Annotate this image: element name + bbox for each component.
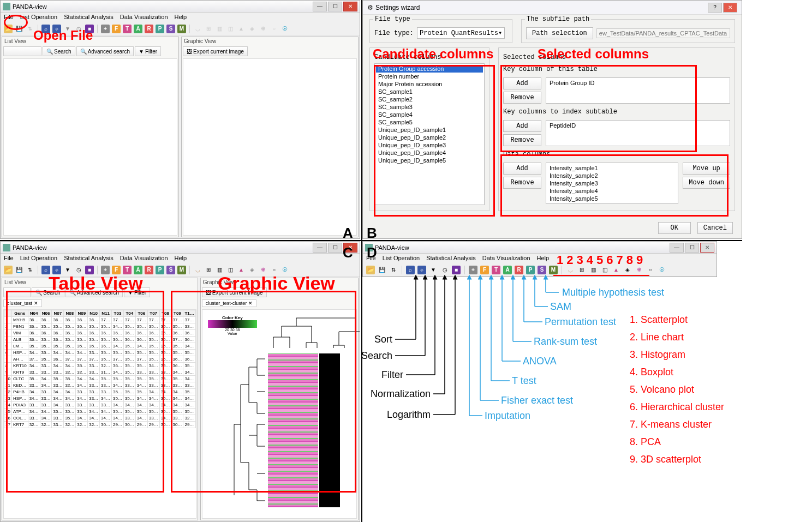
search-tb-icon-d[interactable]: ⌕ (406, 266, 415, 274)
r-icon-d[interactable]: R (515, 266, 523, 274)
a-icon[interactable]: A (134, 25, 142, 33)
open-file-icon-d[interactable]: 📂 (366, 266, 375, 274)
s-icon[interactable]: S (166, 25, 175, 33)
advsearch-tb-icon-d[interactable]: ⟐ (417, 266, 426, 274)
app-icon-c (3, 244, 10, 251)
p-icon-c[interactable]: P (156, 266, 164, 274)
filter-button[interactable]: ▼Filter (135, 46, 161, 56)
a-icon-d[interactable]: A (503, 266, 512, 274)
menu-list-d[interactable]: List Operation (383, 255, 420, 262)
anno-sam: SAM (550, 301, 571, 313)
app-title-c: PANDA-view (13, 244, 47, 251)
wizard-close-button[interactable]: ✕ (723, 3, 737, 13)
menu-dataviz-c[interactable]: Data Visualization (120, 255, 168, 262)
m-icon[interactable]: M (177, 25, 186, 33)
p-icon-d[interactable]: P (526, 266, 535, 274)
save-icon-c[interactable]: 💾 (15, 266, 23, 274)
sort-icon-c[interactable]: ⇅ (26, 266, 34, 274)
advsearch-button[interactable]: 🔍Advanced search (76, 46, 134, 56)
log-icon-d[interactable]: ■ (452, 266, 461, 274)
viz1-icon[interactable]: ◡ (193, 25, 202, 33)
anno-candidate: Candidate columns (373, 46, 493, 62)
menu-help[interactable]: Help (175, 14, 187, 21)
path-selection-button[interactable]: Path selection (526, 27, 593, 39)
anno-anova: ANOVA (523, 356, 557, 367)
anno-table-view: Table View (49, 273, 143, 294)
search-button[interactable]: 🔍Search (43, 46, 75, 56)
viz8-icon-d[interactable]: ○ (646, 266, 655, 274)
filter-tb-icon-d[interactable]: ▼ (429, 266, 438, 274)
viz-list-item: 2. Line chart (630, 328, 724, 346)
anno-imput: Imputation (485, 410, 530, 422)
r-icon[interactable]: R (145, 25, 153, 33)
cancel-button[interactable]: Cancel (697, 222, 733, 234)
s-icon-d[interactable]: S (538, 266, 546, 274)
graphic-view-pane: Graphic View 🖼Export current image (181, 37, 359, 237)
viz2-icon-c[interactable]: ⊞ (204, 266, 213, 274)
file-type-combo[interactable]: Protein QuantResults▾ (417, 27, 505, 39)
anno-open-file: Open File (33, 28, 93, 43)
viz5-icon[interactable]: ▲ (237, 25, 246, 33)
menu-dataviz[interactable]: Data Visualization (120, 14, 168, 21)
close-button-d[interactable]: ✕ (700, 243, 714, 253)
export-img-button[interactable]: 🖼Export current image (183, 46, 248, 56)
f-icon[interactable]: F (112, 25, 121, 33)
menu-stat[interactable]: Statistical Analysis (64, 14, 113, 21)
menu-stat-d[interactable]: Statistical Analysis (426, 255, 475, 262)
wizard-titlebar: ⚙ Settings wizard ? ✕ (363, 1, 742, 15)
titlebar-c: PANDA-view — ☐ ✕ (1, 242, 360, 254)
label-D: D (367, 244, 377, 261)
graphic-view-title: Graphic View (182, 37, 358, 45)
help-button[interactable]: ? (708, 3, 722, 13)
viz-underline (553, 275, 649, 276)
t-icon[interactable]: T (123, 25, 132, 33)
viz-list-item: 1. Scatterplot (630, 311, 724, 328)
s-icon-c[interactable]: S (166, 266, 175, 274)
menu-list-c[interactable]: List Operation (20, 255, 57, 262)
viz1-icon-c[interactable]: ◡ (193, 266, 202, 274)
r-icon-c[interactable]: R (145, 266, 153, 274)
t-icon-d[interactable]: T (492, 266, 500, 274)
max-button-d[interactable]: ☐ (685, 243, 699, 253)
viz3-icon[interactable]: ▥ (215, 25, 224, 33)
menu-file-c[interactable]: File (4, 255, 14, 262)
viz7-icon[interactable]: ❋ (259, 25, 267, 33)
close-button[interactable]: ✕ (343, 2, 357, 11)
f-icon-d[interactable]: F (480, 266, 489, 274)
redbox-table (6, 291, 164, 493)
path-display: ew_TestData/PANDA_results_CPTAC_TestData (596, 28, 730, 38)
anno-norm: Normalization (362, 388, 431, 400)
norm-icon-d[interactable]: ◷ (440, 266, 449, 274)
viz4-icon[interactable]: ◫ (226, 25, 235, 33)
viz6-icon[interactable]: ◈ (248, 25, 256, 33)
min-button-c[interactable]: — (313, 243, 327, 253)
file-type-label: File type: (374, 29, 414, 37)
sort-icon-d[interactable]: ⇅ (389, 266, 398, 274)
viz9-icon[interactable]: ⦿ (280, 25, 289, 33)
imput-icon-d[interactable]: + (469, 266, 477, 274)
anno-log: Logarithm (373, 409, 431, 421)
min-button[interactable]: — (313, 2, 327, 11)
menu-dataviz-d[interactable]: Data Visualization (482, 255, 530, 262)
anno-perm: Permutation test (545, 316, 616, 328)
max-button-c[interactable]: ☐ (328, 243, 342, 253)
viz2-icon[interactable]: ⊞ (204, 25, 213, 33)
open-file-icon-c[interactable]: 📂 (4, 266, 13, 274)
menu-help-d[interactable]: Help (537, 255, 550, 262)
menu-stat-c[interactable]: Statistical Analysis (64, 255, 113, 262)
imput-icon[interactable]: + (101, 25, 110, 33)
viz-list: 1. Scatterplot2. Line chart3. Histogram4… (630, 311, 724, 468)
file-type-header: File type (373, 15, 412, 23)
menu-help-c[interactable]: Help (175, 255, 187, 262)
viz8-icon[interactable]: ○ (270, 25, 278, 33)
min-button-d[interactable]: — (670, 243, 684, 253)
ok-button[interactable]: OK (658, 222, 691, 234)
m-icon-c[interactable]: M (177, 266, 186, 274)
save-icon-d[interactable]: 💾 (378, 266, 386, 274)
max-button[interactable]: ☐ (328, 2, 342, 11)
num-row: 123456789 (557, 253, 643, 267)
viz9-icon-d[interactable]: ⦿ (658, 266, 666, 274)
sort-box[interactable] (3, 46, 41, 56)
list-body (3, 58, 177, 236)
p-icon[interactable]: P (156, 25, 164, 33)
